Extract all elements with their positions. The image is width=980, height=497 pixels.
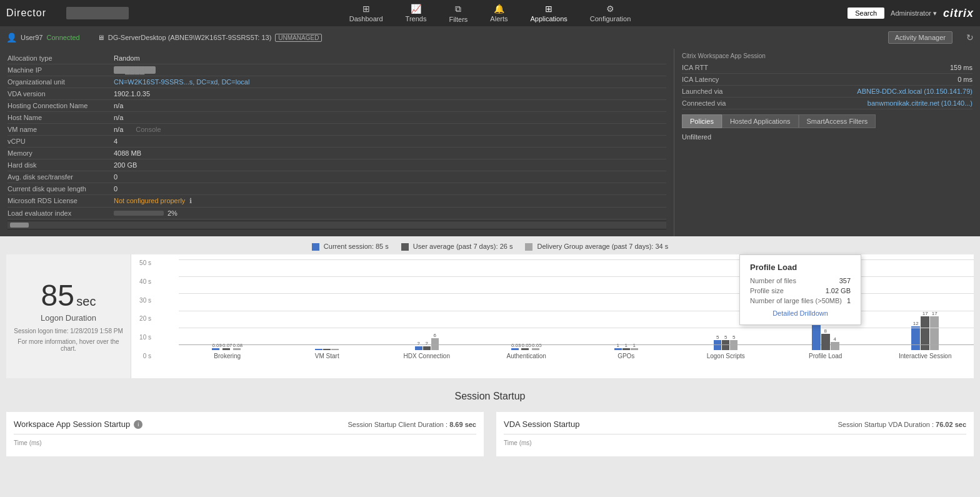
bar-auth-blue[interactable]: [511, 348, 519, 350]
bar-ls-blue[interactable]: [714, 340, 721, 350]
bar-pl-dark[interactable]: [821, 334, 830, 350]
nav-search-input[interactable]: [66, 7, 129, 19]
bar-val-hdx-3: 6: [431, 333, 439, 338]
detail-row-harddisk: Hard disk 200 GB: [8, 159, 666, 171]
bar-auth-dark[interactable]: [521, 348, 529, 350]
logon-big-number: 85 sec: [41, 281, 96, 311]
tab-policies[interactable]: Policies: [682, 114, 722, 128]
session-time: Session logon time: 1/28/2019 1:58 PM: [14, 328, 123, 334]
client-duration-value: 8.69 sec: [449, 421, 476, 428]
second-bar: 👤 User97 Connected 🖥 DG-ServerDesktop (A…: [0, 26, 980, 49]
right-row-icalat: ICA Latency 0 ms: [682, 74, 972, 86]
bar-is-dark[interactable]: [921, 316, 929, 350]
bar-ls-dark[interactable]: [722, 340, 729, 350]
username: User97: [21, 34, 42, 41]
left-time-axis: Time (ms): [14, 439, 476, 446]
nav-configuration[interactable]: ⚙ Configuration: [579, 1, 642, 25]
bar-vmstart-dark[interactable]: [323, 349, 331, 350]
bar-is-blue[interactable]: [911, 326, 920, 350]
value-memory: 4088 MB: [114, 149, 141, 157]
value-ou[interactable]: CN=W2K16ST-9SSRS...s, DC=xd, DC=local: [114, 78, 249, 86]
nav-configuration-label: Configuration: [590, 15, 631, 23]
nav-alerts-label: Alerts: [490, 15, 508, 23]
startup-col-right: VDA Session Startup Session Startup VDA …: [496, 412, 974, 456]
bar-brokering-blue[interactable]: [212, 348, 219, 350]
client-duration-label: Session Startup Client Duration :: [348, 421, 448, 428]
workspace-startup-info-icon[interactable]: i: [134, 420, 142, 429]
nav-dashboard[interactable]: ⊞ Dashboard: [338, 1, 394, 25]
label-logonscripts: Logon Scripts: [707, 353, 745, 359]
value-diskqueue: 0: [114, 185, 118, 193]
label-diskavg: Avg. disk sec/transfer: [8, 173, 114, 181]
legend-dot-current: [312, 243, 319, 251]
bar-gpos-gray[interactable]: [631, 348, 638, 350]
nav-filters[interactable]: ⧉ Filters: [438, 1, 479, 26]
configuration-icon: ⚙: [606, 4, 614, 14]
startup-col-right-header: VDA Session Startup Session Startup VDA …: [504, 419, 966, 429]
bar-group-logonscripts: 5 5 5 Logon Scrip: [678, 334, 775, 359]
bar-ls-gray[interactable]: [730, 340, 738, 350]
value-ip: ████: [114, 66, 156, 74]
hscroll[interactable]: [8, 221, 666, 229]
bar-group-vmstart-bars: [315, 349, 339, 350]
value-icalat: 0 ms: [958, 76, 972, 83]
main-content: Allocation type Random Machine IP ████ O…: [0, 49, 980, 236]
tab-hosted-applications[interactable]: Hosted Applications: [722, 114, 799, 128]
nav-applications[interactable]: ⊞ Applications: [519, 1, 578, 25]
bar-vmstart-gray[interactable]: [331, 349, 339, 350]
bar-brokering-dark[interactable]: [222, 348, 230, 350]
startup-col-left: Workspace App Session Startup i Session …: [6, 412, 484, 456]
value-launched: ABNE9-DDC.xd.local (10.150.141.79): [857, 88, 972, 95]
scrollbar-area[interactable]: [8, 221, 666, 229]
bar-auth-gray[interactable]: [532, 348, 539, 350]
search-button[interactable]: Search: [848, 8, 884, 19]
session-startup-title: Session Startup: [0, 391, 980, 402]
tab-smartaccess[interactable]: SmartAccess Filters: [799, 114, 876, 128]
bar-hdx-gray[interactable]: [431, 338, 439, 350]
label-launched: Launched via: [682, 88, 722, 95]
label-harddisk: Hard disk: [8, 161, 114, 169]
activity-manager-button[interactable]: Activity Manager: [888, 31, 952, 44]
bar-vmstart-blue[interactable]: [315, 349, 322, 350]
logon-number: 85: [41, 279, 74, 312]
bar-gpos-dark[interactable]: [622, 348, 630, 350]
bar-brokering-gray[interactable]: [233, 348, 241, 350]
machine-info: 🖥 DG-ServerDesktop (ABNE9\W2K16ST-9SSRS5…: [98, 34, 322, 42]
bar-val-gpos-2: 1: [622, 343, 630, 348]
bar-val-brokering-3: 0.08: [233, 343, 243, 348]
detail-row-diskqueue: Current disk queue length 0: [8, 183, 666, 195]
bar-gpos-blue[interactable]: [614, 348, 622, 350]
bar-val-auth-2: 0.05: [521, 343, 531, 348]
nav-trends[interactable]: 📈 Trends: [394, 1, 438, 25]
bar-val-pl-3: 4: [831, 336, 839, 342]
bar-group-logonscripts-bars: 5 5 5: [714, 334, 738, 350]
detail-row-rds: Microsoft RDS License Not configured pro…: [8, 195, 666, 208]
startup-col-left-header: Workspace App Session Startup i Session …: [14, 419, 476, 429]
bar-hdx-dark[interactable]: [423, 346, 431, 350]
tab-content-text: Unfiltered: [682, 133, 711, 141]
bar-is-gray[interactable]: [930, 316, 939, 350]
bar-val-ls-1: 5: [714, 334, 721, 340]
label-vmstart: VM Start: [315, 353, 339, 359]
label-vcpu: vCPU: [8, 138, 114, 145]
right-row-connected: Connected via banwmonikak.citrite.net (1…: [682, 98, 972, 109]
tooltip-value-size: 1.02 GB: [826, 287, 851, 294]
admin-text: Administrator: [891, 9, 931, 17]
refresh-icon[interactable]: ↻: [966, 33, 974, 43]
tooltip-drilldown-link[interactable]: Detailed Drilldown: [750, 309, 851, 317]
label-allocation: Allocation type: [8, 54, 114, 62]
label-auth: Authentication: [507, 353, 546, 359]
value-connected: banwmonikak.citrite.net (10.140...): [868, 99, 972, 107]
bar-hdx-blue[interactable]: [415, 346, 422, 350]
trends-icon: 📈: [411, 4, 421, 14]
value-vmname: n/a: [114, 126, 123, 133]
bar-group-interactive-bars: 12 17 17: [911, 311, 939, 350]
bar-pl-gray[interactable]: [831, 342, 839, 350]
label-vmname: VM name: [8, 126, 114, 133]
legend-label-current: Current session: 85 s: [324, 243, 389, 250]
detail-row-loadeval: Load evaluator index 2%: [8, 208, 666, 219]
nav-alerts[interactable]: 🔔 Alerts: [479, 1, 519, 25]
citrix-logo: citrix: [943, 7, 974, 20]
detail-row-vda: VDA version 1902.1.0.35: [8, 88, 666, 100]
app-logo: Director: [6, 8, 56, 19]
